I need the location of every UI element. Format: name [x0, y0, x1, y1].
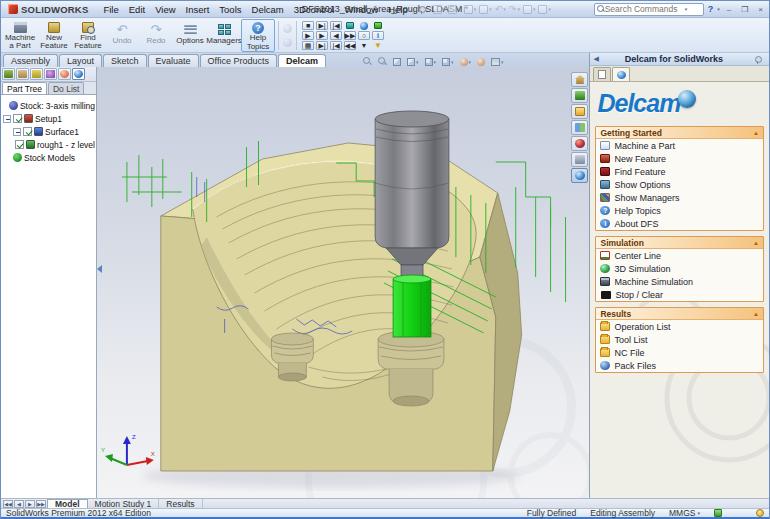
3d-simulation-item[interactable]: 3D Simulation [596, 262, 763, 275]
collapse-expander-icon[interactable] [13, 128, 21, 136]
view-orientation-icon[interactable]: ▾ [425, 58, 437, 66]
hide-show-items-icon[interactable]: ▾ [460, 58, 472, 66]
fast-forward-icon[interactable]: ▶▶ [344, 31, 356, 40]
menu-file[interactable]: File [98, 3, 123, 16]
redo-icon[interactable]: ↷▾ [508, 4, 521, 14]
machine-a-part-item[interactable]: Machine a Part [596, 139, 763, 152]
panel-collapse-arrow-icon[interactable] [97, 265, 102, 273]
appearances-tab-icon[interactable] [58, 68, 71, 80]
units-selector[interactable]: MMGS ▾ [669, 508, 700, 518]
new-feature-item[interactable]: New Feature [596, 152, 763, 165]
step-end-icon[interactable]: ▶| [316, 41, 328, 50]
undo-icon[interactable]: ↶▾ [494, 4, 507, 14]
managers-button[interactable]: Managers [207, 19, 241, 52]
menu-tools[interactable]: Tools [214, 3, 246, 16]
step-in-icon[interactable]: ▶| [316, 21, 328, 30]
menu-edit[interactable]: Edit [124, 3, 150, 16]
tab-assembly[interactable]: Assembly [3, 54, 58, 67]
find-feature-item[interactable]: Find Feature [596, 165, 763, 178]
graphics-viewport[interactable]: Z X Y [97, 67, 589, 498]
solidworks-resources-icon[interactable] [571, 72, 588, 87]
scroll-right-icon[interactable]: ▶ [25, 500, 35, 508]
scroll-left-icon[interactable]: ◀ [14, 500, 24, 508]
play-icon[interactable]: ▶ [302, 31, 314, 40]
pack-files-item[interactable]: Pack Files [596, 359, 763, 372]
getting-started-header[interactable]: Getting Started ▲ [596, 127, 763, 139]
info-icon[interactable]: i [372, 31, 384, 40]
show-managers-item[interactable]: Show Managers [596, 191, 763, 204]
info-tab[interactable] [593, 67, 611, 81]
globe-icon[interactable] [358, 21, 370, 30]
record-icon[interactable]: ○ [358, 31, 370, 40]
setup1-checkbox[interactable] [13, 114, 22, 123]
pin-pane-icon[interactable] [753, 55, 762, 64]
select-icon[interactable]: ▾ [522, 5, 537, 14]
feature-tree-tab-icon[interactable] [2, 68, 15, 80]
simulation-header[interactable]: Simulation ▲ [596, 237, 763, 249]
help-topics-button[interactable]: ? Help Topics [241, 19, 275, 52]
stop-icon[interactable]: ■ [302, 21, 314, 30]
surface1-checkbox[interactable] [23, 127, 32, 136]
tab-office-products[interactable]: Office Products [200, 54, 277, 67]
section-view-icon[interactable]: ▾ [407, 58, 419, 66]
center-line-item[interactable]: Center Line [596, 249, 763, 262]
redo-button[interactable]: ↷ Redo [139, 19, 173, 52]
tags-icon[interactable] [714, 509, 722, 517]
search-dropdown-icon[interactable]: ▾ [685, 6, 688, 12]
find-feature-button[interactable]: Find Feature [71, 19, 105, 52]
results-header[interactable]: Results ▲ [596, 308, 763, 320]
mini-icon-2[interactable] [283, 38, 292, 47]
undo-button[interactable]: ↶ Undo [105, 19, 139, 52]
tool-block-green-icon[interactable] [372, 21, 384, 30]
tab-sketch[interactable]: Sketch [103, 54, 147, 67]
search-commands-box[interactable]: ▾ [594, 3, 704, 16]
filter-icon[interactable]: ▼ [372, 41, 384, 50]
menu-insert[interactable]: Insert [181, 3, 215, 16]
rough1-checkbox[interactable] [15, 140, 24, 149]
delcam-task-pane-icon[interactable] [571, 168, 588, 183]
custom-properties-icon[interactable] [571, 152, 588, 167]
scroll-first-icon[interactable]: ◀◀ [3, 500, 13, 508]
mini-icon-1[interactable] [283, 24, 292, 33]
minimize-button[interactable]: – [724, 5, 734, 14]
display-style-icon[interactable]: ▾ [442, 58, 454, 66]
appearances-scenes-icon[interactable] [571, 136, 588, 151]
help-dropdown-icon[interactable]: ▾ [717, 6, 720, 12]
results-tab[interactable]: Results [159, 499, 202, 509]
menu-delcam[interactable]: Delcam [247, 3, 289, 16]
machine-simulation-item[interactable]: Machine Simulation [596, 275, 763, 288]
play-next-icon[interactable]: ▶ [316, 31, 328, 40]
delcam-tab-icon[interactable] [72, 68, 85, 80]
play-back-icon[interactable]: ◀ [330, 31, 342, 40]
part-tree-tab[interactable]: Part Tree [2, 82, 47, 94]
tree-row-rough1[interactable]: rough1 - z level [3, 138, 95, 151]
property-manager-tab-icon[interactable] [16, 68, 29, 80]
tab-delcam[interactable]: Delcam [278, 54, 326, 67]
collapse-expander-icon[interactable] [3, 115, 11, 123]
zoom-to-fit-icon[interactable] [363, 57, 372, 66]
design-library-icon[interactable] [571, 88, 588, 103]
rebuild-icon[interactable]: ▾ [537, 5, 552, 14]
tree-row-stock[interactable]: Stock: 3-axis milling [3, 99, 95, 112]
restore-button[interactable]: ❒ [738, 5, 751, 14]
configuration-manager-tab-icon[interactable] [30, 68, 43, 80]
previous-view-icon[interactable] [393, 58, 401, 66]
search-commands-input[interactable] [605, 4, 685, 14]
tab-evaluate[interactable]: Evaluate [148, 54, 199, 67]
menu-view[interactable]: View [150, 3, 180, 16]
options-button[interactable]: Options [173, 19, 207, 52]
scroll-last-icon[interactable]: ▶▶ [36, 500, 46, 508]
menu-3dcontrol[interactable]: 3Dcontrol [289, 3, 340, 16]
tool-list-item[interactable]: Tool List [596, 333, 763, 346]
dimxpert-tab-icon[interactable] [44, 68, 57, 80]
step-start-icon[interactable]: |◀ [330, 41, 342, 50]
apply-scene-icon[interactable]: ▾ [491, 58, 504, 66]
stop-clear-item[interactable]: Stop / Clear [596, 288, 763, 301]
machine-a-part-button[interactable]: Machine a Part [3, 19, 37, 52]
zoom-to-area-icon[interactable] [378, 57, 387, 66]
delcam-globe-tab[interactable] [612, 67, 630, 81]
nc-file-item[interactable]: NC File [596, 346, 763, 359]
tab-layout[interactable]: Layout [59, 54, 102, 67]
step-over-icon[interactable]: |◀ [330, 21, 342, 30]
help-topics-item[interactable]: ? Help Topics [596, 204, 763, 217]
